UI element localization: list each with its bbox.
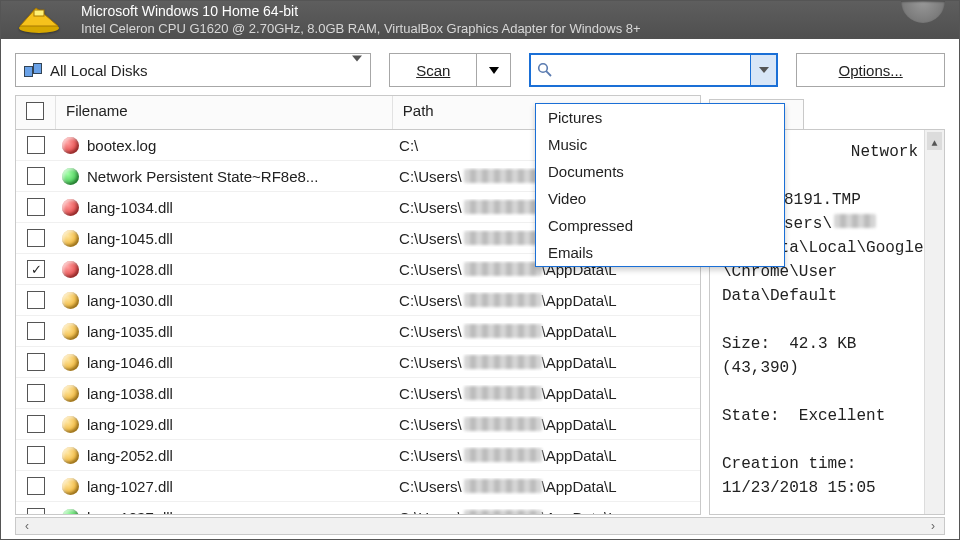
os-line: Microsoft Windows 10 Home 64-bit <box>81 3 641 20</box>
redacted-icon <box>464 448 542 462</box>
table-row[interactable]: lang-1037.dllC:\Users\\AppData\L <box>16 502 700 514</box>
file-path: C:\Users\\AppData\L <box>399 292 617 309</box>
file-name: lang-1027.dll <box>87 478 173 495</box>
file-name: lang-1035.dll <box>87 323 173 340</box>
search-filter-option[interactable]: Pictures <box>536 104 784 131</box>
scan-button[interactable]: Scan <box>389 53 477 87</box>
redacted-icon <box>464 324 542 338</box>
row-checkbox[interactable] <box>27 229 45 247</box>
row-checkbox[interactable] <box>27 353 45 371</box>
file-name: lang-1046.dll <box>87 354 173 371</box>
options-button[interactable]: Options... <box>796 53 945 87</box>
table-row[interactable]: lang-1038.dllC:\Users\\AppData\L <box>16 378 700 409</box>
table-row[interactable]: lang-1046.dllC:\Users\\AppData\L <box>16 347 700 378</box>
table-row[interactable]: lang-1029.dllC:\Users\\AppData\L <box>16 409 700 440</box>
search-filter-option[interactable]: Compressed <box>536 212 784 239</box>
toolbar: All Local Disks Scan Options... <box>1 39 959 95</box>
redacted-icon <box>834 214 876 228</box>
status-dot-icon <box>62 354 79 371</box>
options-label: Options... <box>839 62 903 79</box>
info-filename: 8191.TMP <box>784 191 861 209</box>
info-scrollbar[interactable] <box>924 130 944 514</box>
status-dot-icon <box>62 168 79 185</box>
row-checkbox[interactable] <box>27 446 45 464</box>
status-dot-icon <box>62 137 79 154</box>
redacted-icon <box>464 262 542 276</box>
table-row[interactable]: lang-1035.dllC:\Users\\AppData\L <box>16 316 700 347</box>
table-row[interactable]: lang-1027.dllC:\Users\\AppData\L <box>16 471 700 502</box>
redacted-icon <box>464 169 542 183</box>
info-ctime-label: Creation time: <box>722 455 856 473</box>
file-name: Network Persistent State~RF8e8... <box>87 168 318 185</box>
search-filter-option[interactable]: Music <box>536 131 784 158</box>
app-icon <box>11 3 67 35</box>
column-filename[interactable]: Filename <box>56 96 393 129</box>
row-checkbox[interactable] <box>27 384 45 402</box>
row-checkbox[interactable] <box>27 198 45 216</box>
search-box[interactable] <box>529 53 778 87</box>
row-checkbox[interactable]: ✓ <box>27 260 45 278</box>
row-checkbox[interactable] <box>27 415 45 433</box>
file-path: C:\Users\\A <box>399 168 556 185</box>
file-path: C:\Users\\AppData\L <box>399 354 617 371</box>
redacted-icon <box>464 417 542 431</box>
chevron-down-icon <box>759 67 769 73</box>
file-name: lang-1038.dll <box>87 385 173 402</box>
status-dot-icon <box>62 385 79 402</box>
table-row[interactable]: lang-1030.dllC:\Users\\AppData\L <box>16 285 700 316</box>
file-path: C:\Users\\AppData\L <box>399 447 617 464</box>
file-path: C:\Users\\AppData\L <box>399 385 617 402</box>
file-path: C:\Users\\A <box>399 199 556 216</box>
row-checkbox[interactable] <box>27 322 45 340</box>
status-dot-icon <box>62 478 79 495</box>
file-path: C:\Users\\AppData\L <box>399 416 617 433</box>
disk-selector[interactable]: All Local Disks <box>15 53 371 87</box>
row-checkbox[interactable] <box>27 477 45 495</box>
horizontal-scrollbar[interactable]: ‹ › <box>15 517 945 535</box>
header-ornament-icon <box>901 1 945 23</box>
search-filter-option[interactable]: Video <box>536 185 784 212</box>
row-checkbox[interactable] <box>27 136 45 154</box>
redacted-icon <box>464 355 542 369</box>
scan-label: Scan <box>416 62 450 79</box>
triangle-down-icon <box>489 67 499 74</box>
file-name: lang-1028.dll <box>87 261 173 278</box>
scroll-right-icon[interactable]: › <box>922 519 944 533</box>
status-dot-icon <box>62 199 79 216</box>
row-checkbox[interactable] <box>27 508 45 514</box>
file-path: C:\Users\\AppData\L <box>399 478 617 495</box>
search-input[interactable] <box>559 55 750 85</box>
status-dot-icon <box>62 292 79 309</box>
status-dot-icon <box>62 230 79 247</box>
column-checkbox[interactable] <box>16 96 56 129</box>
file-name: lang-1045.dll <box>87 230 173 247</box>
info-ctime-value: 11/23/2018 15:05 <box>722 479 876 497</box>
svg-line-3 <box>546 71 551 76</box>
status-dot-icon <box>62 261 79 278</box>
file-name: bootex.log <box>87 137 156 154</box>
status-dot-icon <box>62 416 79 433</box>
row-checkbox[interactable] <box>27 167 45 185</box>
row-checkbox[interactable] <box>27 291 45 309</box>
search-dropdown-toggle[interactable] <box>750 55 776 85</box>
disk-selector-label: All Local Disks <box>50 62 148 79</box>
info-state: State: Excellent <box>722 407 885 425</box>
search-filter-dropdown: PicturesMusicDocumentsVideoCompressedEma… <box>535 103 785 267</box>
redacted-icon <box>464 293 542 307</box>
file-name: lang-1037.dll <box>87 509 173 515</box>
scroll-left-icon[interactable]: ‹ <box>16 519 38 533</box>
table-row[interactable]: lang-2052.dllC:\Users\\AppData\L <box>16 440 700 471</box>
select-all-checkbox[interactable] <box>26 102 44 120</box>
redacted-icon <box>464 386 542 400</box>
hw-line: Intel Celeron CPU G1620 @ 2.70GHz, 8.0GB… <box>81 20 641 37</box>
search-filter-option[interactable]: Documents <box>536 158 784 185</box>
scan-dropdown-button[interactable] <box>477 53 511 87</box>
redacted-icon <box>464 479 542 493</box>
file-name: lang-1034.dll <box>87 199 173 216</box>
search-icon <box>531 62 559 78</box>
file-name: lang-1030.dll <box>87 292 173 309</box>
file-name: lang-1029.dll <box>87 416 173 433</box>
search-filter-option[interactable]: Emails <box>536 239 784 266</box>
info-partial-title: Network <box>851 140 918 164</box>
file-name: lang-2052.dll <box>87 447 173 464</box>
